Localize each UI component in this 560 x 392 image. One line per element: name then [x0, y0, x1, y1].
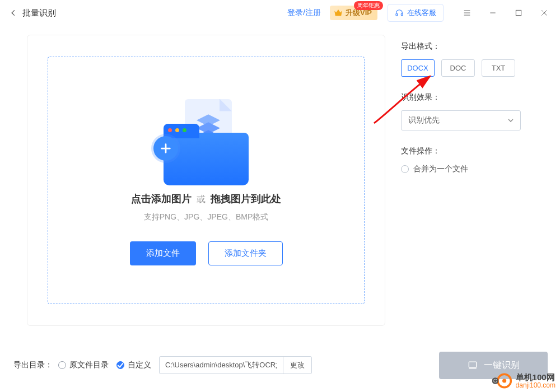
login-register-link[interactable]: 登录/注册 [287, 8, 321, 18]
dropzone-title: 点击添加图片 或 拖拽图片到此处 [131, 192, 281, 206]
page-title: 批量识别 [22, 8, 56, 18]
radio-unchecked-icon [401, 165, 409, 173]
recognition-effect-value: 识别优先 [408, 115, 440, 125]
main-panel: 点击添加图片 或 拖拽图片到此处 支持PNG、JPG、JPEG、BMP格式 添加… [27, 35, 385, 326]
site-watermark: 单机100网 danji100.com [492, 371, 556, 391]
export-path-box: 更改 [159, 356, 312, 374]
menu-button[interactable] [460, 6, 474, 20]
svg-rect-2 [516, 10, 521, 15]
side-panel: 导出格式： DOCX DOC TXT 识别效果： 识别优先 文件操作： 合并为一… [401, 35, 550, 326]
add-file-button[interactable]: 添加文件 [130, 241, 196, 265]
scanner-icon [467, 360, 478, 371]
watermark-line1: 单机100网 [516, 373, 556, 382]
export-dir-custom-option[interactable]: 自定义 [116, 360, 151, 370]
svg-rect-1 [401, 13, 403, 16]
format-txt[interactable]: TXT [482, 59, 515, 77]
maximize-button[interactable] [512, 6, 525, 20]
format-doc[interactable]: DOC [441, 59, 475, 77]
export-format-label: 导出格式： [401, 41, 550, 52]
plus-circle-icon [153, 136, 178, 161]
svg-rect-0 [396, 13, 398, 16]
recognition-effect-label: 识别效果： [401, 92, 550, 102]
vip-promo-badge: 周年钜惠 [354, 1, 383, 10]
radio-icon [58, 361, 66, 369]
online-support-button[interactable]: 在线客服 [388, 4, 444, 22]
radio-checked-icon [116, 361, 124, 369]
watermark-logo-icon [492, 371, 512, 391]
merge-one-file-label: 合并为一个文件 [413, 164, 468, 174]
svg-rect-3 [469, 362, 476, 367]
dropzone-illustration [156, 96, 256, 185]
change-path-button[interactable]: 更改 [283, 357, 311, 374]
minimize-button[interactable] [486, 6, 500, 20]
upgrade-vip-button[interactable]: 周年钜惠 升级VIP [330, 6, 377, 20]
file-operation-label: 文件操作： [401, 146, 550, 156]
headset-icon [395, 8, 404, 17]
dropzone[interactable]: 点击添加图片 或 拖拽图片到此处 支持PNG、JPG、JPEG、BMP格式 添加… [48, 57, 365, 304]
chevron-down-icon [508, 118, 514, 123]
back-button[interactable] [6, 5, 21, 21]
vip-crown-icon [333, 8, 343, 18]
export-path-input[interactable] [160, 361, 283, 370]
add-folder-button[interactable]: 添加文件夹 [208, 241, 283, 265]
dropzone-subtitle: 支持PNG、JPG、JPEG、BMP格式 [144, 212, 268, 222]
support-label: 在线客服 [407, 8, 436, 18]
svg-point-5 [502, 379, 506, 382]
close-button[interactable] [538, 6, 551, 20]
export-dir-original-option[interactable]: 原文件目录 [58, 360, 109, 370]
format-docx[interactable]: DOCX [401, 59, 435, 77]
merge-one-file-option[interactable]: 合并为一个文件 [401, 164, 550, 174]
watermark-line2: danji100.com [516, 382, 556, 389]
export-dir-label: 导出目录： [13, 360, 53, 370]
recognition-effect-select[interactable]: 识别优先 [401, 110, 521, 130]
